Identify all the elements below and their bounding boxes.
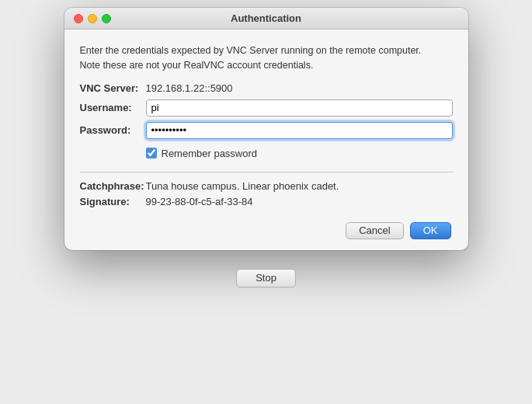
signature-value: 99-23-88-0f-c5-af-33-84 xyxy=(146,196,253,207)
cancel-button[interactable]: Cancel xyxy=(346,222,403,239)
button-row: Cancel OK xyxy=(80,222,453,239)
username-label: Username: xyxy=(80,102,146,113)
signature-row: Signature: 99-23-88-0f-c5-af-33-84 xyxy=(80,196,453,207)
username-input[interactable] xyxy=(146,99,453,117)
ok-button[interactable]: OK xyxy=(410,222,451,239)
stop-button[interactable]: Stop xyxy=(236,269,296,287)
window-controls xyxy=(74,14,111,23)
remember-password-checkbox[interactable] xyxy=(146,148,157,158)
window-title: Authentication xyxy=(231,12,301,24)
title-bar: Authentication xyxy=(64,8,468,30)
catchphrase-row: Catchphrase: Tuna house campus. Linear p… xyxy=(80,180,453,192)
close-button[interactable] xyxy=(74,14,83,23)
maximize-button[interactable] xyxy=(102,14,111,23)
vnc-server-label: VNC Server: xyxy=(80,82,146,94)
vnc-server-row: VNC Server: 192.168.1.22::5900 xyxy=(80,82,453,94)
password-label: Password: xyxy=(80,124,146,136)
bottom-area: Stop xyxy=(236,269,296,287)
username-row: Username: xyxy=(80,99,453,117)
divider xyxy=(80,172,453,172)
description: Enter the credentials expected by VNC Se… xyxy=(80,44,453,73)
remember-password-label[interactable]: Remember password xyxy=(162,148,258,159)
remember-password-row: Remember password xyxy=(146,148,453,159)
minimize-button[interactable] xyxy=(88,14,97,23)
catchphrase-value: Tuna house campus. Linear phoenix cadet. xyxy=(146,180,339,192)
catchphrase-label: Catchphrase: xyxy=(80,180,146,192)
authentication-window: Authentication Enter the credentials exp… xyxy=(64,8,468,250)
description-line2: Note these are not your RealVNC account … xyxy=(80,60,314,71)
vnc-server-value: 192.168.1.22::5900 xyxy=(146,82,233,94)
description-line1: Enter the credentials expected by VNC Se… xyxy=(80,45,422,56)
password-row: Password: xyxy=(80,122,453,139)
signature-label: Signature: xyxy=(80,196,146,207)
window-content: Enter the credentials expected by VNC Se… xyxy=(64,30,468,250)
desktop-background: Authentication Enter the credentials exp… xyxy=(0,0,532,404)
password-input[interactable] xyxy=(146,122,453,139)
